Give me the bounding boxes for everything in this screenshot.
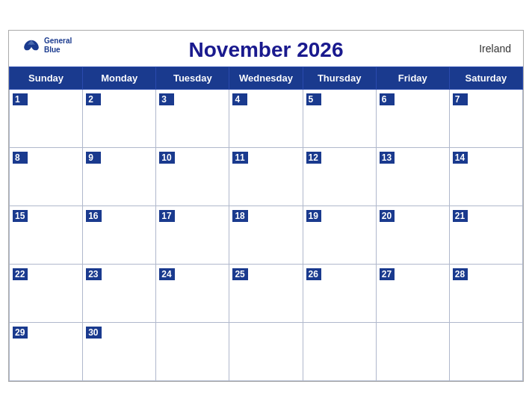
calendar-header: General Blue November 2026 Ireland xyxy=(9,31,523,67)
calendar-body: 1234567891011121314151617181920212223242… xyxy=(10,89,523,380)
date-number: 1 xyxy=(13,93,28,105)
day-cell xyxy=(156,322,229,380)
day-cell: 24 xyxy=(156,264,229,322)
day-cell: 18 xyxy=(229,206,303,264)
date-number: 27 xyxy=(380,268,395,280)
date-number: 2 xyxy=(86,93,101,105)
date-number: 3 xyxy=(159,93,174,105)
date-number: 26 xyxy=(306,268,321,280)
date-number: 7 xyxy=(453,93,468,105)
day-cell: 12 xyxy=(303,147,376,206)
day-cell: 20 xyxy=(376,206,449,264)
day-cell: 29 xyxy=(10,322,83,380)
day-cell: 25 xyxy=(229,264,303,322)
country-label: Ireland xyxy=(479,43,511,55)
day-cell: 16 xyxy=(83,206,156,264)
day-cell: 19 xyxy=(303,206,376,264)
day-cell: 17 xyxy=(156,206,229,264)
day-cell: 3 xyxy=(156,89,229,147)
week-row-3: 15161718192021 xyxy=(10,206,523,264)
day-headers-row: Sunday Monday Tuesday Wednesday Thursday… xyxy=(10,67,523,89)
date-number: 10 xyxy=(159,152,174,164)
day-header-friday: Friday xyxy=(376,67,449,89)
date-number: 16 xyxy=(86,210,101,222)
day-cell: 27 xyxy=(376,264,449,322)
date-number: 23 xyxy=(86,268,101,280)
date-number: 11 xyxy=(232,152,247,164)
date-number: 15 xyxy=(13,210,28,222)
day-cell: 6 xyxy=(376,89,449,147)
day-cell: 26 xyxy=(303,264,376,322)
date-number: 17 xyxy=(159,210,174,222)
week-row-4: 22232425262728 xyxy=(10,264,523,322)
date-number: 21 xyxy=(453,210,468,222)
day-header-wednesday: Wednesday xyxy=(229,67,303,89)
day-cell: 5 xyxy=(303,89,376,147)
day-cell: 28 xyxy=(449,264,522,322)
logo-text: General Blue xyxy=(44,37,72,55)
date-number: 6 xyxy=(380,93,395,105)
day-cell: 1 xyxy=(10,89,83,147)
date-number: 29 xyxy=(13,327,28,339)
day-cell: 15 xyxy=(10,206,83,264)
month-title: November 2026 xyxy=(188,38,343,62)
day-header-saturday: Saturday xyxy=(449,67,522,89)
day-cell: 10 xyxy=(156,147,229,206)
day-header-tuesday: Tuesday xyxy=(156,67,229,89)
date-number: 5 xyxy=(306,93,321,105)
date-number: 14 xyxy=(453,152,468,164)
date-number: 25 xyxy=(232,268,247,280)
day-cell: 9 xyxy=(83,147,156,206)
day-cell xyxy=(376,322,449,380)
day-cell xyxy=(449,322,522,380)
date-number: 9 xyxy=(86,152,101,164)
logo-icon xyxy=(21,39,42,52)
day-cell xyxy=(229,322,303,380)
date-number: 28 xyxy=(453,268,468,280)
date-number: 12 xyxy=(306,152,321,164)
day-cell: 14 xyxy=(449,147,522,206)
date-number: 24 xyxy=(159,268,174,280)
day-header-monday: Monday xyxy=(83,67,156,89)
calendar-table: Sunday Monday Tuesday Wednesday Thursday… xyxy=(9,67,523,381)
day-cell: 23 xyxy=(83,264,156,322)
week-row-1: 1234567 xyxy=(10,89,523,147)
week-row-5: 2930 xyxy=(10,322,523,380)
day-cell: 2 xyxy=(83,89,156,147)
day-header-thursday: Thursday xyxy=(303,67,376,89)
date-number: 8 xyxy=(13,152,28,164)
day-header-sunday: Sunday xyxy=(10,67,83,89)
date-number: 20 xyxy=(380,210,395,222)
date-number: 22 xyxy=(13,268,28,280)
day-cell: 22 xyxy=(10,264,83,322)
date-number: 30 xyxy=(86,327,101,339)
date-number: 18 xyxy=(232,210,247,222)
date-number: 13 xyxy=(380,152,395,164)
day-cell: 11 xyxy=(229,147,303,206)
calendar: General Blue November 2026 Ireland Sunda… xyxy=(8,30,524,382)
day-cell: 7 xyxy=(449,89,522,147)
day-cell: 21 xyxy=(449,206,522,264)
date-number: 19 xyxy=(306,210,321,222)
day-cell: 8 xyxy=(10,147,83,206)
day-cell: 4 xyxy=(229,89,303,147)
day-cell: 13 xyxy=(376,147,449,206)
date-number: 4 xyxy=(232,93,247,105)
logo-area: General Blue xyxy=(21,37,72,55)
week-row-2: 891011121314 xyxy=(10,147,523,206)
day-cell: 30 xyxy=(83,322,156,380)
day-cell xyxy=(303,322,376,380)
